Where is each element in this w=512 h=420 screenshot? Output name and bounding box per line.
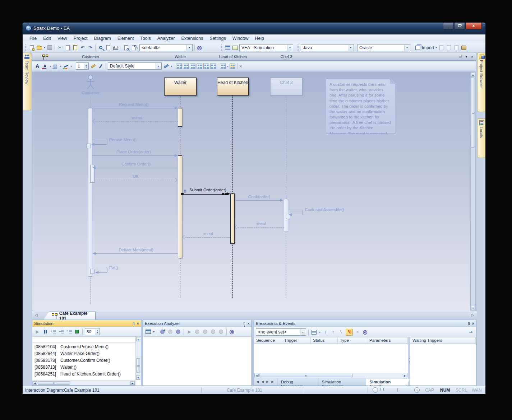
tab-debug-breakpoints[interactable]: Debug Breakpoints — [277, 379, 321, 386]
tab-scroll-right-icon[interactable]: ▷ — [471, 313, 474, 317]
close-panel-icon[interactable]: × — [137, 321, 139, 326]
event-list-icon[interactable] — [311, 329, 317, 335]
import-stack-icon[interactable] — [414, 45, 421, 51]
message-cook-and-assemble[interactable]: Cook and Assemble() — [305, 207, 344, 212]
actor-customer-label[interactable]: Customer — [73, 90, 109, 95]
close-button[interactable]: x — [465, 23, 482, 29]
analyzer-test-icon[interactable] — [202, 328, 208, 335]
default-style-combo[interactable]: <default>▾ — [139, 44, 193, 51]
header-lifeline-chef3[interactable]: Chef 3 — [267, 55, 306, 59]
events-grid[interactable]: Sequence Trigger Status Type Parameters — [254, 337, 408, 373]
pin-icon[interactable] — [133, 322, 134, 325]
event-list-dropdown-icon[interactable]: ▾ — [319, 331, 320, 334]
diagram-canvas[interactable]: Customer Waiter Head of Kitchen Chef 3 A… — [32, 72, 470, 311]
scroll-left-icon[interactable]: ◀ — [254, 374, 259, 377]
line-color-icon[interactable] — [63, 63, 69, 69]
log-row[interactable]: [08582644]Waiter.Place Order() — [32, 350, 135, 357]
analyzer-run-icon[interactable]: ▶ — [186, 328, 193, 335]
message-place-order[interactable]: Place Order(order) — [92, 150, 175, 154]
message-return-meal-2[interactable]: :meal — [185, 232, 230, 236]
column-type[interactable]: Type — [338, 337, 367, 344]
menu-item-analyzer[interactable]: Analyzer — [154, 35, 178, 42]
strip-menu-icon[interactable]: ▼ — [463, 55, 469, 59]
sim-vertical-scrollbar[interactable]: ▲ ▼ — [135, 337, 141, 380]
scroll-down-icon[interactable]: ▼ — [136, 375, 140, 380]
message-return-menu[interactable]: :menu — [97, 116, 176, 120]
cut-icon[interactable]: ✂ — [57, 45, 63, 51]
synchronize-code-icon[interactable] — [446, 45, 452, 51]
bring-forward-icon[interactable] — [203, 64, 209, 69]
activation-head-of-kitchen[interactable] — [230, 193, 235, 244]
undo-icon[interactable]: ↶ — [79, 45, 86, 51]
format-painter-icon[interactable] — [90, 63, 96, 69]
align-elements-icon[interactable] — [190, 64, 195, 69]
workspace-layout-icon[interactable] — [224, 45, 231, 51]
prev-tab-icon[interactable]: ◀ — [260, 379, 265, 384]
delete-icon[interactable]: × — [239, 64, 242, 69]
sim-command-input[interactable] — [32, 337, 135, 343]
simulation-panel-header[interactable]: Simulation × — [32, 320, 141, 327]
model-search-icon[interactable] — [130, 45, 137, 51]
message-request-menu[interactable]: Request Menu() — [92, 102, 175, 107]
autosize-icon[interactable] — [176, 64, 182, 69]
menu-item-settings[interactable]: Settings — [207, 35, 229, 42]
message-peruse-menu[interactable]: Peruse Menu() — [109, 137, 137, 142]
column-sequence[interactable]: Sequence — [254, 337, 282, 344]
layout-diagram-icon[interactable] — [183, 64, 189, 69]
font-color-dropdown-icon[interactable]: ▾ — [50, 65, 51, 68]
message-confirm-order[interactable]: Confirm Order() — [96, 162, 176, 166]
simulation-log[interactable]: [08582104]Customer.Peruse Menu() [085826… — [32, 343, 135, 380]
sim-profile-combo[interactable]: VEA - Simulation▾ — [239, 44, 293, 51]
log-row[interactable]: [08584251]Head of Kitchen.Submit Order() — [32, 370, 135, 377]
event-set-combo[interactable]: <no event set>▾ — [256, 328, 306, 336]
close-panel-icon[interactable]: × — [248, 321, 250, 326]
zoom-in-button[interactable]: + — [414, 387, 420, 393]
object-head-of-kitchen[interactable]: Head of Kitchen — [217, 78, 249, 95]
generate-code-icon[interactable] — [438, 45, 444, 51]
analyzer-build-icon[interactable] — [194, 328, 200, 335]
pin-icon[interactable] — [468, 322, 470, 325]
menu-item-project[interactable]: Project — [70, 35, 91, 42]
message-return-ok[interactable]: :OK — [96, 174, 175, 178]
collapse-strip-icon[interactable]: « — [458, 54, 463, 60]
fill-color-icon[interactable] — [52, 63, 59, 69]
menu-item-file[interactable]: File — [26, 35, 40, 42]
object-chef3[interactable]: Chef 3 — [270, 78, 303, 95]
sim-play-icon[interactable]: ▶ — [34, 328, 41, 335]
scroll-right-icon[interactable]: ▶ — [130, 381, 135, 385]
sim-horizontal-scrollbar[interactable]: ◀ ▶ — [32, 381, 135, 386]
database-combo[interactable]: Oracle▾ — [357, 44, 410, 51]
hierarchy-icon[interactable] — [220, 64, 226, 69]
menu-item-diagram[interactable]: Diagram — [91, 35, 114, 42]
open-script-icon[interactable] — [175, 328, 181, 335]
diagram-appearance-icon[interactable] — [230, 64, 235, 69]
message-eat[interactable]: Eat() — [109, 266, 118, 270]
execution-analyzer-header[interactable]: Execution Analyzer × — [143, 320, 252, 327]
analyzer-scripts-icon[interactable] — [145, 328, 151, 335]
strip-close-icon[interactable]: × — [469, 55, 475, 59]
sim-step-out-icon[interactable]: ↑ — [66, 328, 72, 335]
toolbar-grip[interactable] — [221, 45, 222, 51]
column-parameters[interactable]: Parameters — [367, 337, 408, 344]
fire-trigger-icon[interactable]: ⇨ — [468, 329, 474, 335]
minimize-button[interactable]: — — [443, 23, 454, 29]
apply-style-dropdown-icon[interactable]: ▾ — [171, 65, 172, 68]
header-lifeline-customer[interactable]: Customer — [71, 55, 110, 59]
column-waiting-triggers[interactable]: Waiting Triggers — [410, 337, 476, 344]
help-icon[interactable]: ◎ — [197, 45, 202, 51]
analyzer-simulate-icon[interactable] — [218, 328, 224, 335]
fill-color-dropdown-icon[interactable]: ▾ — [60, 65, 61, 68]
analyzer-scripts-dropdown-icon[interactable]: ▾ — [153, 330, 154, 333]
column-trigger[interactable]: Trigger — [282, 337, 311, 344]
activation-waiter-2[interactable] — [178, 155, 182, 258]
add-script-icon[interactable]: + — [159, 328, 166, 335]
scroll-up-icon[interactable]: ▲ — [471, 73, 475, 77]
diagram-note[interactable]: A customer requests the menu from the wa… — [326, 79, 395, 134]
font-icon[interactable]: A — [34, 63, 41, 69]
menu-item-edit[interactable]: Edit — [40, 35, 54, 42]
diagram-tab-cafe-example[interactable]: Cafe Example 101 — [43, 312, 96, 319]
move-down-icon[interactable]: ↓ — [322, 329, 328, 335]
close-panel-icon[interactable]: × — [472, 321, 474, 326]
language-combo[interactable]: Java▾ — [301, 44, 354, 51]
import-dropdown-icon[interactable]: ▾ — [435, 46, 437, 49]
